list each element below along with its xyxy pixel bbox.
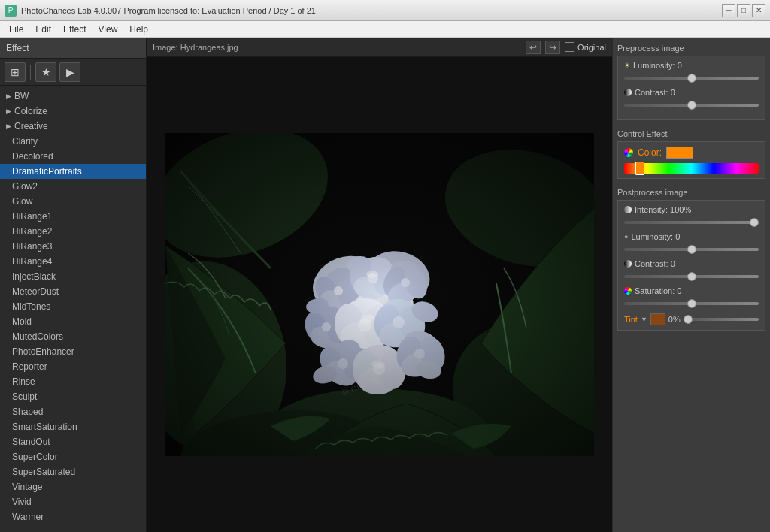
effect-item-hirange2[interactable]: HiRange2 (0, 224, 146, 239)
control-effect-box: Color: (617, 141, 765, 179)
preprocess-title: Preprocess image (617, 44, 765, 53)
effect-item-supercolor[interactable]: SuperColor (0, 449, 146, 464)
effect-item-dramaticportraits[interactable]: DramaticPortraits (0, 164, 146, 179)
post-contrast-slider[interactable] (624, 275, 759, 278)
tint-percent: 0% (668, 315, 681, 324)
post-luminosity-label: Luminosity: 0 (631, 232, 680, 241)
effect-item-midtones[interactable]: MidTones (0, 299, 146, 314)
hydrangea-image: © online (165, 133, 594, 456)
image-header: Image: Hydrangeas.jpg ↩ ↪ Original (147, 38, 612, 57)
postprocess-section: Postprocess image Intensity: 100% ● Lumi… (617, 188, 765, 335)
effect-item-vintage[interactable]: Vintage (0, 479, 146, 494)
post-luminosity-label-row: ● Luminosity: 0 (624, 232, 759, 241)
menubar: File Edit Effect View Help (0, 21, 770, 38)
effect-item-rinse[interactable]: Rinse (0, 374, 146, 389)
group-label-colorize: Colorize (14, 106, 47, 116)
group-label-bw: BW (14, 91, 29, 101)
effect-item-supersaturated[interactable]: SuperSaturated (0, 464, 146, 479)
intensity-row: Intensity: 100% (624, 205, 759, 226)
menu-effect[interactable]: Effect (57, 23, 92, 36)
preprocess-luminosity-slider[interactable] (624, 77, 759, 80)
color-label: Color: (638, 147, 662, 158)
effect-group-creative[interactable]: ▶ Creative (0, 119, 146, 134)
image-container: © online (147, 57, 612, 532)
control-effect-title: Control Effect (617, 129, 765, 138)
color-swatch[interactable] (666, 147, 693, 159)
menu-view[interactable]: View (92, 23, 124, 36)
post-contrast-label-row: Contrast: 0 (624, 259, 759, 268)
color-gradient-container (624, 163, 759, 174)
color-wheel-icon (624, 148, 633, 157)
titlebar: P PhotoChances Lab 4.0.007 Program licen… (0, 0, 770, 21)
effect-item-vivid[interactable]: Vivid (0, 494, 146, 509)
effect-item-hirange1[interactable]: HiRange1 (0, 209, 146, 224)
effect-item-decolored[interactable]: Decolored (0, 149, 146, 164)
post-contrast-label: Contrast: 0 (635, 259, 675, 268)
effect-item-hirange3[interactable]: HiRange3 (0, 239, 146, 254)
effect-item-shaped[interactable]: Shaped (0, 404, 146, 419)
postprocess-box: Intensity: 100% ● Luminosity: 0 (617, 200, 765, 331)
svg-rect-64 (165, 133, 594, 456)
menu-file[interactable]: File (3, 23, 29, 36)
close-button[interactable]: ✕ (752, 4, 765, 17)
preprocess-luminosity-label: Luminosity: 0 (633, 61, 682, 70)
saturation-slider[interactable] (624, 302, 759, 305)
post-luminosity-slider[interactable] (624, 248, 759, 251)
preprocess-contrast-slider[interactable] (624, 104, 759, 107)
preprocess-contrast-label: Contrast: 0 (635, 88, 675, 97)
color-gradient-bar[interactable] (624, 163, 759, 174)
app-icon: P (5, 5, 17, 17)
minimize-button[interactable]: ─ (722, 4, 735, 17)
tint-dropdown-arrow[interactable]: ▼ (641, 316, 647, 323)
intensity-icon (624, 206, 632, 213)
original-checkbox-label[interactable]: Original (565, 42, 606, 52)
main-layout: Effect ⊞ ★ ▶ ▶ BW ▶ Colorize ▶ Creative (0, 38, 770, 532)
undo-button[interactable]: ↩ (526, 41, 541, 54)
image-controls: ↩ ↪ Original (526, 41, 606, 54)
post-luminosity-row: ● Luminosity: 0 (624, 232, 759, 253)
control-effect-section: Control Effect Color: (617, 129, 765, 183)
tint-label: Tint (624, 315, 638, 324)
effect-item-glow2[interactable]: Glow2 (0, 179, 146, 194)
tint-row: Tint ▼ 0% (624, 313, 759, 325)
saturation-icon (624, 287, 632, 295)
effect-item-sculpt[interactable]: Sculpt (0, 389, 146, 404)
effect-item-injectblack[interactable]: InjectBlack (0, 269, 146, 284)
effect-item-mutedcolors[interactable]: MutedColors (0, 329, 146, 344)
effect-item-hirange4[interactable]: HiRange4 (0, 254, 146, 269)
saturation-row: Saturation: 0 (624, 286, 759, 307)
postprocess-title: Postprocess image (617, 188, 765, 197)
effect-item-meteordust[interactable]: MeteorDust (0, 284, 146, 299)
saturation-label: Saturation: 0 (635, 286, 681, 295)
effect-item-mold[interactable]: Mold (0, 314, 146, 329)
intensity-slider[interactable] (624, 221, 759, 224)
preprocess-luminosity-label-row: ☀ Luminosity: 0 (624, 61, 759, 70)
tool-btn-film[interactable]: ▶ (59, 62, 80, 82)
tool-btn-star[interactable]: ★ (35, 62, 56, 82)
preprocess-luminosity-row: ☀ Luminosity: 0 (624, 61, 759, 82)
color-gradient-thumb[interactable] (635, 162, 644, 175)
effect-group-colorize[interactable]: ▶ Colorize (0, 104, 146, 119)
center-area: Image: Hydrangeas.jpg ↩ ↪ Original (147, 38, 612, 532)
tint-swatch[interactable] (650, 313, 665, 325)
effect-item-smartsaturation[interactable]: SmartSaturation (0, 419, 146, 434)
effect-group-bw[interactable]: ▶ BW (0, 89, 146, 104)
menu-help[interactable]: Help (123, 23, 154, 36)
original-checkbox[interactable] (565, 42, 574, 52)
expand-arrow-bw: ▶ (6, 92, 11, 100)
tint-slider[interactable] (684, 318, 759, 321)
effect-item-photoenhancer[interactable]: PhotoEnhancer (0, 344, 146, 359)
maximize-button[interactable]: □ (737, 4, 750, 17)
effect-item-glow[interactable]: Glow (0, 194, 146, 209)
tool-btn-grid[interactable]: ⊞ (5, 62, 26, 82)
right-panel: Preprocess image ☀ Luminosity: 0 Contras… (612, 38, 770, 532)
redo-button[interactable]: ↪ (545, 41, 560, 54)
effect-item-warmer[interactable]: Warmer (0, 509, 146, 524)
effect-item-reporter[interactable]: Reporter (0, 359, 146, 374)
contrast-half-icon (624, 260, 632, 268)
menu-edit[interactable]: Edit (29, 23, 57, 36)
effect-tab: Effect (0, 38, 146, 59)
effect-item-clarity[interactable]: Clarity (0, 134, 146, 149)
effect-item-standout[interactable]: StandOut (0, 434, 146, 449)
intensity-label: Intensity: 100% (635, 205, 691, 214)
